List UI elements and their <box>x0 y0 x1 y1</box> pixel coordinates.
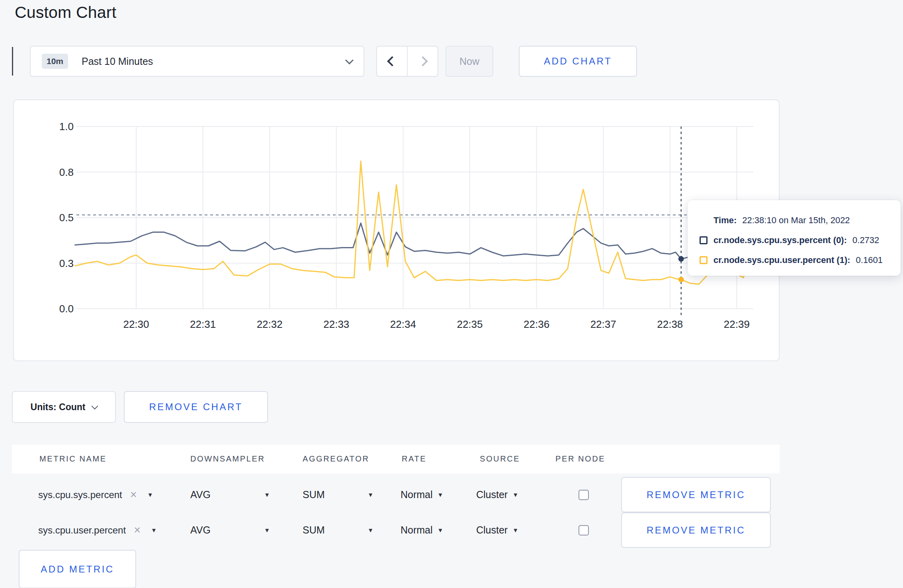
svg-text:0.3: 0.3 <box>59 257 74 269</box>
per-node-cell <box>579 512 589 548</box>
downsampler-select[interactable]: AVG ▼ <box>190 477 270 512</box>
source-select[interactable]: Cluster ▼ <box>476 512 518 548</box>
time-range-badge: 10m <box>42 54 68 69</box>
units-select[interactable]: Units: Count <box>12 391 116 423</box>
svg-text:22:30: 22:30 <box>123 318 149 330</box>
caret-down-icon: ▼ <box>367 491 373 498</box>
chart-svg[interactable]: 0.00.30.50.81.022:3022:3122:3222:3322:34… <box>14 100 780 362</box>
caret-down-icon: ▼ <box>438 527 444 533</box>
downsampler-value: AVG <box>190 524 211 536</box>
toolbar: 10m Past 10 Minutes Now ADD CHART <box>0 46 903 77</box>
chart-tooltip: Time: 22:38:10 on Mar 15th, 2022 cr.node… <box>688 200 901 276</box>
svg-text:22:33: 22:33 <box>323 318 349 330</box>
svg-text:22:32: 22:32 <box>257 318 283 330</box>
svg-text:22:35: 22:35 <box>457 318 483 330</box>
source-select[interactable]: Cluster ▼ <box>476 477 518 512</box>
remove-metric-name-icon[interactable]: × <box>130 489 137 500</box>
next-time-button[interactable] <box>407 47 438 76</box>
caret-down-icon: ▼ <box>151 527 157 533</box>
rate-value: Normal <box>401 524 433 536</box>
tooltip-series-user-value: 0.1601 <box>856 255 883 265</box>
svg-text:22:34: 22:34 <box>390 318 416 330</box>
remove-chart-button[interactable]: REMOVE CHART <box>124 391 268 423</box>
column-header-downsampler: DOWNSAMPLER <box>190 454 265 463</box>
chevron-down-icon <box>345 56 354 64</box>
svg-text:0.8: 0.8 <box>59 166 74 178</box>
tooltip-time-value: 22:38:10 on Mar 15th, 2022 <box>742 215 850 226</box>
add-metric-button[interactable]: ADD METRIC <box>19 550 136 588</box>
downsampler-value: AVG <box>190 489 211 500</box>
units-label: Units: Count <box>31 402 86 413</box>
metrics-table-header: METRIC NAMEDOWNSAMPLERAGGREGATORRATESOUR… <box>12 445 780 473</box>
page-title: Custom Chart <box>15 3 116 22</box>
per-node-cell <box>579 477 589 512</box>
svg-text:0.5: 0.5 <box>59 212 74 224</box>
caret-down-icon: ▼ <box>264 491 270 498</box>
tooltip-series-sys-value: 0.2732 <box>852 235 879 245</box>
time-range-select[interactable]: 10m Past 10 Minutes <box>30 46 364 77</box>
aggregator-select[interactable]: SUM ▼ <box>303 512 373 548</box>
caret-down-icon: ▼ <box>438 491 444 498</box>
chart-card: 0.00.30.50.81.022:3022:3122:3222:3322:34… <box>13 99 780 361</box>
source-value: Cluster <box>476 489 508 500</box>
remove-metric-button[interactable]: REMOVE METRIC <box>621 477 771 512</box>
prev-time-button[interactable] <box>377 47 407 76</box>
column-header-per-node: PER NODE <box>555 454 605 463</box>
column-header-aggregator: AGGREGATOR <box>303 454 369 463</box>
chevron-right-icon <box>418 56 428 66</box>
metric-name-label: sys.cpu.user.percent <box>38 525 126 536</box>
svg-text:22:39: 22:39 <box>724 318 750 330</box>
caret-down-icon: ▼ <box>147 491 153 498</box>
metric-name-label: sys.cpu.sys.percent <box>38 489 122 500</box>
caret-down-icon: ▼ <box>512 527 518 533</box>
chevron-down-icon <box>92 403 98 409</box>
remove-metric-name-icon[interactable]: × <box>134 524 141 536</box>
aggregator-select[interactable]: SUM ▼ <box>303 477 373 512</box>
remove-metric-button[interactable]: REMOVE METRIC <box>621 512 771 548</box>
rate-select[interactable]: Normal ▼ <box>401 512 443 548</box>
table-row: sys.cpu.sys.percent × ▼ AVG ▼ SUM ▼ Norm… <box>12 477 780 512</box>
caret-down-icon: ▼ <box>512 491 518 498</box>
tooltip-series-sys-label: cr.node.sys.cpu.sys.percent (0): <box>713 235 847 245</box>
svg-text:22:36: 22:36 <box>524 318 549 330</box>
now-button[interactable]: Now <box>446 46 493 77</box>
source-value: Cluster <box>476 524 508 536</box>
toolbar-left-divider <box>12 47 13 76</box>
column-header-source: SOURCE <box>480 454 520 463</box>
aggregator-value: SUM <box>303 489 325 500</box>
caret-down-icon: ▼ <box>264 527 270 533</box>
svg-text:22:37: 22:37 <box>590 318 616 330</box>
per-node-checkbox[interactable] <box>579 490 589 500</box>
svg-text:22:38: 22:38 <box>657 318 683 330</box>
rate-value: Normal <box>401 489 433 500</box>
svg-text:0.0: 0.0 <box>59 303 74 315</box>
aggregator-value: SUM <box>303 524 325 536</box>
add-chart-button[interactable]: ADD CHART <box>519 46 637 77</box>
time-pager <box>376 46 438 77</box>
time-range-label: Past 10 Minutes <box>82 56 153 67</box>
metric-name-select[interactable]: sys.cpu.user.percent × ▼ <box>38 512 157 548</box>
chevron-left-icon <box>387 56 397 66</box>
per-node-checkbox[interactable] <box>579 525 589 535</box>
column-header-metric-name: METRIC NAME <box>39 454 107 463</box>
svg-text:22:31: 22:31 <box>190 318 216 330</box>
tooltip-time-label: Time: <box>713 215 737 226</box>
series-user-swatch-icon <box>700 256 708 264</box>
rate-select[interactable]: Normal ▼ <box>401 477 443 512</box>
series-sys-swatch-icon <box>700 236 708 244</box>
tooltip-series-user-label: cr.node.sys.cpu.user.percent (1): <box>713 255 850 265</box>
metric-name-select[interactable]: sys.cpu.sys.percent × ▼ <box>38 477 153 512</box>
table-row: sys.cpu.user.percent × ▼ AVG ▼ SUM ▼ Nor… <box>12 512 780 548</box>
svg-text:1.0: 1.0 <box>59 121 74 132</box>
caret-down-icon: ▼ <box>367 527 373 533</box>
downsampler-select[interactable]: AVG ▼ <box>190 512 270 548</box>
column-header-rate: RATE <box>402 454 426 463</box>
